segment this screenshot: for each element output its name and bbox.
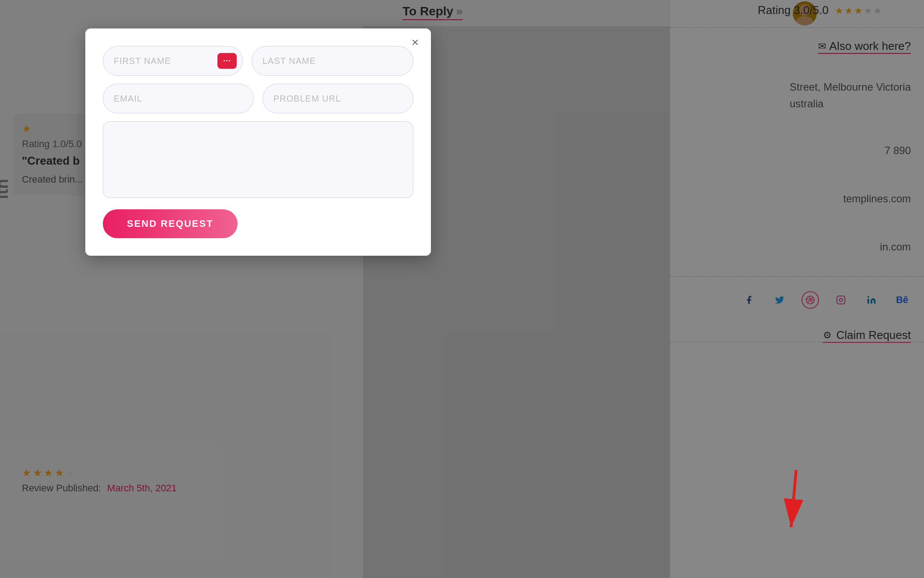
dots-icon: ··· [223,56,231,66]
last-name-input[interactable] [252,46,413,76]
email-input[interactable] [103,84,254,113]
input-dots-button[interactable]: ··· [217,53,237,69]
first-name-field-wrapper: ··· [103,46,243,76]
send-button-label: SEND REQUEST [127,218,214,229]
form-row-2 [103,84,413,113]
modal-dialog: × ··· SEND REQUEST [85,28,431,256]
problem-url-input[interactable] [262,84,413,113]
send-request-button[interactable]: SEND REQUEST [103,209,238,238]
modal-close-button[interactable]: × [407,35,423,50]
close-icon: × [412,35,419,49]
modal-overlay: × ··· SEND REQUEST [0,0,924,578]
form-row-1: ··· [103,46,413,76]
message-textarea[interactable] [103,121,413,198]
